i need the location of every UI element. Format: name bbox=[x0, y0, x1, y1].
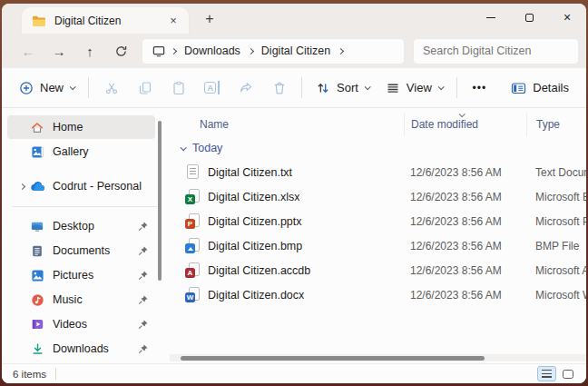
pin-icon bbox=[137, 294, 152, 306]
breadcrumb-digital-citizen[interactable]: Digital Citizen bbox=[259, 45, 333, 57]
forward-button[interactable]: → bbox=[44, 37, 74, 64]
item-count: 6 items bbox=[13, 369, 46, 380]
sidebar-item-label: Home bbox=[53, 121, 155, 134]
file-name-cell: P Digital Citizen.pptx bbox=[170, 213, 404, 229]
ellipsis-icon: ••• bbox=[473, 82, 487, 94]
column-header-name[interactable]: Name bbox=[170, 118, 404, 131]
group-label: Today bbox=[192, 142, 222, 154]
rename-button[interactable]: A bbox=[195, 74, 229, 103]
folder-icon bbox=[32, 15, 46, 27]
text-file-icon bbox=[185, 164, 201, 180]
sidebar-item-label: Downloads bbox=[53, 342, 137, 355]
sort-button[interactable]: Sort bbox=[308, 74, 377, 103]
sidebar-item-onedrive[interactable]: Codrut - Personal bbox=[7, 174, 155, 198]
file-row[interactable]: Digital Citizen.txt 12/6/2023 8:56 AM Te… bbox=[170, 160, 586, 184]
column-headers: Name Date modified Type bbox=[170, 113, 586, 136]
close-button[interactable]: × bbox=[548, 4, 586, 31]
address-bar[interactable]: Downloads Digital Citizen bbox=[142, 38, 405, 64]
explorer-body: Home Gallery bbox=[2, 108, 586, 363]
gallery-icon bbox=[29, 144, 45, 159]
new-tab-button[interactable]: + bbox=[198, 8, 221, 30]
tab-close-icon[interactable]: × bbox=[165, 13, 181, 29]
file-date-cell: 12/6/2023 8:56 AM bbox=[404, 240, 526, 252]
collapse-chevron-icon[interactable] bbox=[181, 144, 187, 151]
pin-icon bbox=[137, 319, 152, 331]
sidebar-item-gallery[interactable]: Gallery bbox=[7, 140, 155, 163]
refresh-button[interactable] bbox=[105, 37, 136, 64]
copy-button[interactable] bbox=[128, 74, 162, 103]
column-header-date-modified[interactable]: Date modified bbox=[404, 113, 526, 136]
breadcrumb-chevron-icon[interactable] bbox=[338, 47, 344, 54]
file-type-cell: Microsoft Ac bbox=[526, 264, 586, 277]
sidebar-item-label: Gallery bbox=[53, 145, 155, 158]
column-header-type[interactable]: Type bbox=[526, 113, 586, 136]
file-date-cell: 12/6/2023 8:56 AM bbox=[404, 191, 526, 203]
sidebar-item-pictures[interactable]: Pictures bbox=[7, 263, 155, 287]
maximize-button[interactable] bbox=[510, 4, 548, 31]
sort-button-label: Sort bbox=[337, 81, 358, 94]
pin-icon bbox=[137, 270, 152, 282]
breadcrumb-downloads[interactable]: Downloads bbox=[181, 45, 243, 57]
search-input[interactable] bbox=[413, 38, 579, 64]
sidebar-item-desktop[interactable]: Desktop bbox=[7, 214, 155, 238]
this-pc-icon[interactable] bbox=[152, 45, 166, 58]
sidebar-divider bbox=[13, 206, 157, 207]
pin-icon bbox=[137, 245, 152, 257]
file-row[interactable]: Digital Citizen.bmp 12/6/2023 8:56 AM BM… bbox=[170, 233, 586, 258]
large-icons-view-icon bbox=[563, 370, 573, 379]
large-icons-view-toggle[interactable] bbox=[558, 366, 577, 381]
caption-buttons: × bbox=[472, 4, 586, 31]
file-type-cell: Text Docume bbox=[526, 166, 586, 179]
maximize-icon bbox=[525, 14, 534, 22]
more-options-button[interactable]: ••• bbox=[463, 74, 496, 103]
file-row[interactable]: A Digital Citizen.accdb 12/6/2023 8:56 A… bbox=[170, 258, 586, 282]
back-button[interactable]: ← bbox=[13, 37, 44, 64]
delete-button[interactable] bbox=[262, 74, 296, 103]
documents-icon bbox=[29, 243, 45, 258]
pictures-icon bbox=[29, 268, 45, 282]
scissors-icon bbox=[104, 81, 119, 95]
chevron-down-icon bbox=[437, 84, 444, 90]
new-button[interactable]: New bbox=[11, 74, 83, 103]
share-button[interactable] bbox=[229, 74, 262, 103]
rename-icon: A bbox=[204, 82, 216, 94]
file-name-cell: A Digital Citizen.accdb bbox=[170, 262, 404, 278]
sidebar-item-label: Desktop bbox=[53, 220, 137, 233]
horizontal-scrollbar-thumb[interactable] bbox=[181, 356, 485, 361]
details-pane-button[interactable]: Details bbox=[503, 74, 577, 103]
paste-button[interactable] bbox=[162, 74, 195, 103]
details-view-toggle[interactable] bbox=[537, 366, 556, 381]
group-header-today[interactable]: Today bbox=[170, 136, 586, 160]
view-list-icon bbox=[386, 81, 400, 95]
expand-chevron-icon[interactable] bbox=[15, 184, 29, 189]
explorer-tab[interactable]: Digital Citizen × bbox=[22, 7, 189, 34]
file-row[interactable]: P Digital Citizen.pptx 12/6/2023 8:56 AM… bbox=[170, 209, 586, 233]
file-row[interactable]: W Digital Citizen.docx 12/6/2023 8:56 AM… bbox=[170, 282, 586, 307]
bmp-image-file-icon bbox=[185, 238, 201, 253]
tab-bar: Digital Citizen × + × bbox=[2, 4, 586, 34]
sidebar-item-label: Pictures bbox=[53, 269, 137, 282]
sidebar-item-downloads[interactable]: Downloads bbox=[7, 337, 155, 361]
sidebar-item-home[interactable]: Home bbox=[7, 115, 155, 139]
up-button[interactable]: ↑ bbox=[74, 37, 105, 64]
file-name-cell: W Digital Citizen.docx bbox=[170, 287, 404, 302]
sidebar-item-label: Music bbox=[53, 293, 137, 306]
cut-button[interactable] bbox=[94, 74, 128, 103]
file-name-cell: Digital Citizen.txt bbox=[170, 164, 404, 180]
sidebar-scrollbar[interactable] bbox=[158, 121, 162, 281]
paste-icon bbox=[172, 81, 186, 95]
toolbar-divider bbox=[301, 77, 302, 98]
trash-icon bbox=[272, 81, 287, 95]
minimize-button[interactable] bbox=[472, 4, 510, 31]
horizontal-scrollbar[interactable] bbox=[170, 354, 586, 361]
sidebar-item-documents[interactable]: Documents bbox=[7, 239, 155, 262]
file-name-cell: Digital Citizen.bmp bbox=[170, 238, 404, 253]
breadcrumb-separator-icon bbox=[171, 47, 177, 54]
sidebar-item-videos[interactable]: Videos bbox=[7, 312, 155, 336]
sidebar-gap bbox=[2, 164, 170, 173]
file-row[interactable]: X Digital Citizen.xlsx 12/6/2023 8:56 AM… bbox=[170, 184, 586, 209]
sidebar-item-music[interactable]: Music bbox=[7, 288, 155, 312]
minimize-icon bbox=[486, 17, 495, 18]
navigation-bar: ← → ↑ Downloads Digital Citizen bbox=[2, 34, 586, 68]
view-button[interactable]: View bbox=[377, 74, 451, 103]
